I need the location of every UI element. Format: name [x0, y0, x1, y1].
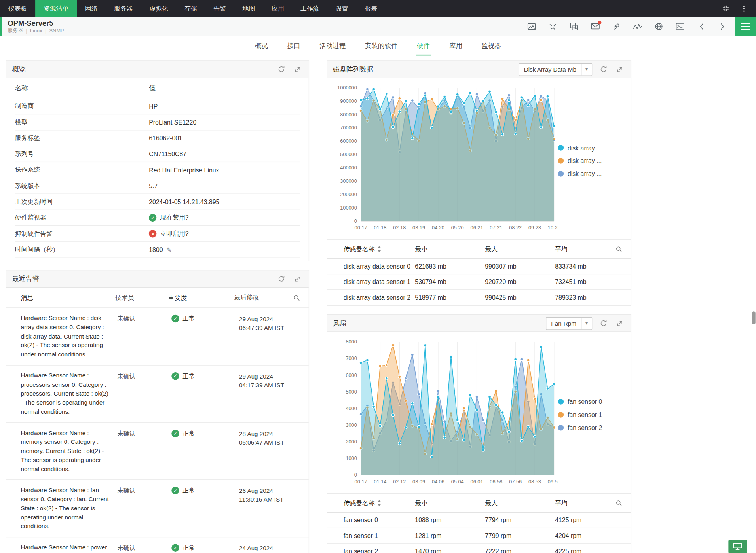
notification-dot: [598, 21, 602, 24]
table-row: 制造商HP: [15, 98, 300, 114]
performance-chart-icon[interactable]: [526, 21, 537, 32]
sort-icon[interactable]: [377, 500, 381, 506]
sort-icon[interactable]: [377, 246, 381, 252]
tab-applications[interactable]: 应用: [448, 37, 463, 56]
alert-message: Hardware Sensor Name : disk array data s…: [21, 314, 117, 359]
search-icon[interactable]: [614, 244, 624, 254]
terminal-icon[interactable]: [675, 21, 686, 32]
refresh-icon[interactable]: [276, 273, 287, 284]
nav-alerts[interactable]: 告警: [205, 0, 234, 17]
legend-item[interactable]: fan sensor 2: [558, 424, 630, 431]
table-row: 时间间隔（秒） 1800✎: [15, 242, 300, 258]
svg-text:01:18: 01:18: [374, 225, 386, 231]
tab-active-processes[interactable]: 活动进程: [319, 37, 347, 56]
legend-item[interactable]: disk array ...: [558, 144, 630, 151]
error-icon: ✕: [149, 230, 157, 238]
alert-row[interactable]: Hardware Sensor Name : fan sensor 0. Cat…: [6, 480, 309, 537]
ok-icon: ✓: [171, 430, 179, 437]
mail-icon[interactable]: [590, 21, 600, 32]
nav-settings[interactable]: 设置: [327, 0, 356, 17]
svg-text:4000: 4000: [346, 405, 357, 411]
alert-row[interactable]: Hardware Sensor Name : processors sensor…: [6, 366, 309, 423]
collapse-screen-icon[interactable]: [720, 3, 731, 14]
hamburger-menu-button[interactable]: [735, 17, 756, 36]
expand-icon[interactable]: [292, 64, 303, 75]
severity-label: 正常: [182, 430, 195, 438]
widgets-icon[interactable]: [568, 21, 579, 32]
alert-row[interactable]: Hardware Sensor Name : power sensor 0. C…: [6, 537, 309, 553]
legend-item[interactable]: disk array ...: [558, 170, 630, 177]
svg-text:03:09: 03:09: [412, 479, 425, 485]
enable-now-link[interactable]: 立即启用?: [160, 229, 188, 238]
nav-apps[interactable]: 应用: [263, 0, 292, 17]
svg-text:08:22: 08:22: [509, 225, 522, 231]
expand-icon[interactable]: [614, 318, 625, 329]
nav-maps[interactable]: 地图: [234, 0, 263, 17]
legend-dot: [558, 425, 564, 431]
fan-chart: 00:1701:1402:1203:0904:0605:0406:0106:58…: [330, 336, 558, 493]
refresh-icon[interactable]: [598, 318, 609, 329]
table-header-row: 名称 值: [15, 78, 300, 98]
alarm-icon[interactable]: [547, 21, 558, 32]
link-icon[interactable]: [611, 21, 622, 32]
nav-network[interactable]: 网络: [77, 0, 106, 17]
prev-device-chevron[interactable]: [696, 21, 707, 32]
tab-overview[interactable]: 概况: [254, 37, 269, 56]
ok-icon: ✓: [171, 315, 179, 323]
legend-item[interactable]: fan sensor 1: [558, 411, 630, 418]
refresh-icon[interactable]: [276, 64, 287, 75]
more-menu-icon[interactable]: [739, 3, 749, 14]
svg-text:02:18: 02:18: [393, 225, 406, 231]
alert-row[interactable]: Hardware Sensor Name : memory sensor 0. …: [6, 422, 309, 480]
table-row: disk array data sensor 1 530794 mb 92072…: [327, 274, 631, 290]
tab-monitors[interactable]: 监视器: [481, 37, 502, 56]
legend-item[interactable]: disk array ...: [558, 157, 630, 164]
expand-icon[interactable]: [614, 64, 625, 75]
tab-installed-software[interactable]: 安装的软件: [364, 37, 399, 56]
col-message: 消息: [21, 293, 115, 302]
metric-dropdown[interactable]: Fan-Rpm ▾: [546, 317, 592, 330]
table-row: fan sensor 1 1281 rpm 7799 rpm 4204 rpm: [327, 528, 631, 544]
globe-icon[interactable]: [653, 21, 664, 32]
svg-text:1000000: 1000000: [337, 85, 357, 91]
disable-now-link[interactable]: 现在禁用?: [160, 213, 188, 222]
col-sensor-name[interactable]: 传感器名称: [344, 245, 375, 254]
nav-virtualization[interactable]: 虚拟化: [141, 0, 176, 17]
edit-icon[interactable]: ✎: [166, 246, 171, 253]
alert-message: Hardware Sensor Name : processors sensor…: [21, 371, 117, 416]
svg-text:500000: 500000: [340, 152, 357, 157]
sparkline-icon[interactable]: [633, 21, 643, 32]
nav-dashboard[interactable]: 仪表板: [0, 0, 35, 17]
vertical-scrollbar-thumb[interactable]: [752, 311, 756, 324]
alert-row[interactable]: Hardware Sensor Name : disk array data s…: [6, 308, 309, 366]
search-icon[interactable]: [291, 292, 302, 303]
chart-legend: fan sensor 0fan sensor 1fan sensor 2: [558, 398, 630, 431]
chart-legend: disk array ...disk array ...disk array .…: [558, 144, 630, 177]
tab-hardware[interactable]: 硬件: [416, 37, 431, 56]
svg-text:700000: 700000: [340, 125, 357, 131]
svg-text:400000: 400000: [340, 165, 357, 170]
search-icon[interactable]: [614, 498, 624, 508]
table-row: disk array data sensor 2 518977 mb 99042…: [327, 290, 631, 305]
nav-inventory[interactable]: 资源清单: [35, 0, 77, 17]
nav-reports[interactable]: 报表: [357, 0, 386, 17]
app-root: 仪表板 资源清单 网络 服务器 虚拟化 存储 告警 地图 应用 工作流 设置 报…: [0, 0, 756, 553]
expand-icon[interactable]: [292, 273, 303, 284]
next-device-chevron[interactable]: [717, 21, 728, 32]
svg-text:800000: 800000: [340, 112, 357, 117]
tab-interfaces[interactable]: 接口: [286, 37, 301, 56]
legend-item[interactable]: fan sensor 0: [558, 398, 630, 405]
col-sensor-name[interactable]: 传感器名称: [344, 499, 375, 508]
svg-text:07:21: 07:21: [490, 225, 502, 231]
legend-label: disk array ...: [568, 157, 602, 164]
svg-text:7000: 7000: [346, 355, 357, 361]
nav-storage[interactable]: 存储: [176, 0, 205, 17]
nav-workflows[interactable]: 工作流: [292, 0, 327, 17]
metric-dropdown[interactable]: Disk Array Data-Mb ▾: [519, 63, 592, 76]
chat-support-button[interactable]: [728, 540, 747, 553]
nav-servers[interactable]: 服务器: [106, 0, 141, 17]
device-protocol: SNMP: [49, 28, 64, 34]
refresh-icon[interactable]: [598, 64, 609, 75]
svg-text:04:20: 04:20: [432, 225, 444, 231]
table-header-row: 消息 技术员 重要度 最后修改: [6, 288, 309, 308]
